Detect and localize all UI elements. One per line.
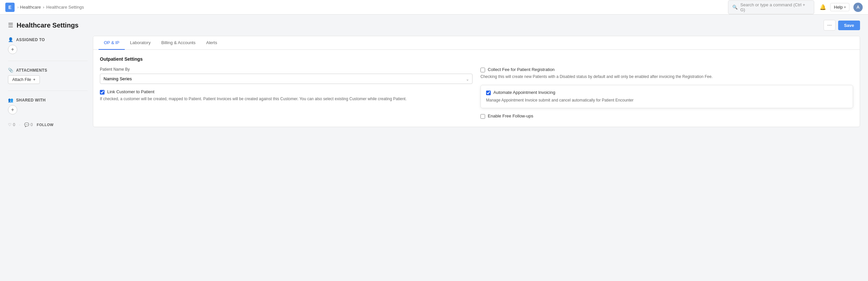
attach-file-button[interactable]: Attach File + <box>8 75 40 84</box>
notification-bell-icon[interactable]: 🔔 <box>819 4 826 10</box>
tab-laboratory[interactable]: Laboratory <box>125 36 156 50</box>
link-customer-checkbox-row: Link Customer to Patient <box>100 89 472 95</box>
settings-grid: Patient Name By Naming Series Patient Na… <box>100 67 853 119</box>
sidebar: 👤 Assigned To + 📎 Attachments Attach Fil… <box>8 36 88 127</box>
page-header: ☰ Healthcare Settings ··· Save <box>0 14 868 31</box>
outpatient-settings-title: Outpatient Settings <box>100 56 853 62</box>
app-logo: E <box>5 3 14 12</box>
link-customer-label[interactable]: Link Customer to Patient <box>107 89 154 94</box>
tab-alerts[interactable]: Alerts <box>201 36 222 50</box>
enable-followups-field: Enable Free Follow-ups <box>480 114 853 119</box>
attachments-title: 📎 Attachments <box>8 68 88 73</box>
search-icon: 🔍 <box>732 5 738 10</box>
automate-invoice-label[interactable]: Automate Appointment Invoicing <box>493 90 555 95</box>
breadcrumb-healthcare[interactable]: Healthcare <box>20 5 41 10</box>
assigned-to-title: 👤 Assigned To <box>8 37 88 42</box>
collect-fee-field: Collect Fee for Patient Registration Che… <box>480 67 853 80</box>
follow-button[interactable]: FOLLOW <box>37 123 54 127</box>
likes-count: 0 <box>13 122 15 127</box>
heart-icon: ♡ <box>8 122 11 127</box>
patient-name-by-label: Patient Name By <box>100 67 472 72</box>
attach-file-label: Attach File <box>12 77 31 82</box>
sidebar-divider-1 <box>8 61 88 61</box>
breadcrumb-current: Healthcare Settings <box>46 5 84 10</box>
sidebar-footer: ♡ 0 · 💬 0 FOLLOW <box>8 122 88 127</box>
avatar[interactable]: A <box>854 3 863 12</box>
op-ip-tab-content: Outpatient Settings Patient Name By Nami… <box>93 50 860 125</box>
link-customer-checkbox[interactable] <box>100 90 104 95</box>
link-customer-field: Link Customer to Patient If checked, a c… <box>100 89 472 102</box>
right-panel: OP & IP Laboratory Billing & Accounts Al… <box>93 36 860 127</box>
settings-left-col: Patient Name By Naming Series Patient Na… <box>100 67 472 119</box>
comments-button[interactable]: 💬 0 <box>24 122 33 127</box>
sidebar-divider-2 <box>8 91 88 91</box>
paperclip-icon: 📎 <box>8 68 13 73</box>
patient-name-by-select[interactable]: Naming Series Patient Name Auto Name <box>100 74 472 84</box>
collect-fee-checkbox-row: Collect Fee for Patient Registration <box>480 67 853 72</box>
automate-invoice-highlight: Automate Appointment Invoicing Manage Ap… <box>480 85 853 108</box>
shared-with-add-button[interactable]: + <box>8 105 17 115</box>
save-button[interactable]: Save <box>838 21 860 30</box>
attachments-section: 📎 Attachments Attach File + <box>8 68 88 84</box>
tab-op-ip[interactable]: OP & IP <box>98 36 125 50</box>
enable-followups-checkbox-row: Enable Free Follow-ups <box>480 114 853 119</box>
chevron-down-icon: ▾ <box>844 5 846 9</box>
shared-with-title: 👥 Shared With <box>8 97 88 102</box>
tabs-container: OP & IP Laboratory Billing & Accounts Al… <box>93 36 860 50</box>
assigned-to-section: 👤 Assigned To + <box>8 37 88 54</box>
shared-with-section: 👥 Shared With + <box>8 97 88 115</box>
breadcrumb: Healthcare › Healthcare Settings <box>20 5 84 10</box>
help-label: Help <box>834 5 843 10</box>
help-button[interactable]: Help ▾ <box>830 3 849 11</box>
main-content: 👤 Assigned To + 📎 Attachments Attach Fil… <box>0 31 868 132</box>
more-options-button[interactable]: ··· <box>824 20 835 31</box>
collect-fee-desc: Checking this will create new Patients w… <box>480 74 853 80</box>
automate-invoice-checkbox-row: Automate Appointment Invoicing <box>486 90 847 95</box>
collect-fee-checkbox[interactable] <box>480 68 485 72</box>
assigned-to-add-button[interactable]: + <box>8 45 17 54</box>
link-customer-desc: If checked, a customer will be created, … <box>100 96 472 102</box>
person-icon: 👤 <box>8 37 13 42</box>
top-navigation: E › Healthcare › Healthcare Settings 🔍 S… <box>0 0 868 14</box>
patient-name-by-select-wrapper: Naming Series Patient Name Auto Name <box>100 74 472 84</box>
collect-fee-label[interactable]: Collect Fee for Patient Registration <box>488 67 555 72</box>
enable-followups-checkbox[interactable] <box>480 114 485 119</box>
page-title: Healthcare Settings <box>17 22 79 29</box>
patient-name-by-field: Patient Name By Naming Series Patient Na… <box>100 67 472 84</box>
comment-icon: 💬 <box>24 122 29 127</box>
attach-file-plus-icon: + <box>33 77 35 82</box>
search-bar[interactable]: 🔍 Search or type a command (Ctrl + G) <box>728 0 814 14</box>
tab-billing-accounts[interactable]: Billing & Accounts <box>156 36 201 50</box>
page-title-row: ☰ Healthcare Settings <box>8 22 79 29</box>
enable-followups-label[interactable]: Enable Free Follow-ups <box>488 114 533 119</box>
breadcrumb-sep-0: › <box>17 5 19 10</box>
search-placeholder-text: Search or type a command (Ctrl + G) <box>740 2 810 12</box>
menu-icon[interactable]: ☰ <box>8 22 13 29</box>
likes-button[interactable]: ♡ 0 <box>8 122 15 127</box>
topnav-right: 🔔 Help ▾ A <box>819 3 863 12</box>
page-header-actions: ··· Save <box>824 20 860 31</box>
comments-count: 0 <box>31 122 33 127</box>
people-icon: 👥 <box>8 97 13 102</box>
automate-invoice-desc: Manage Appointment Invoice submit and ca… <box>486 97 847 103</box>
settings-right-col: Collect Fee for Patient Registration Che… <box>480 67 853 119</box>
automate-invoice-checkbox[interactable] <box>486 91 491 95</box>
